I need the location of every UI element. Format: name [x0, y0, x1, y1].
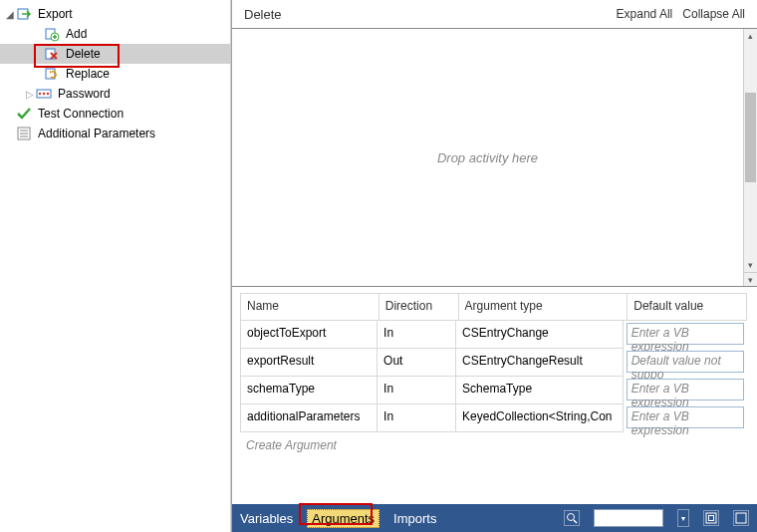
argument-row[interactable]: schemaType In SchemaType Enter a VB expr…	[240, 377, 747, 404]
arg-direction[interactable]: In	[378, 321, 456, 349]
argument-row[interactable]: additionalParameters In KeyedCollection<…	[240, 404, 747, 432]
collapse-all-link[interactable]: Collapse All	[682, 7, 745, 21]
grid-header-row: Name Direction Argument type Default val…	[240, 293, 747, 321]
arg-name[interactable]: exportResult	[240, 349, 378, 377]
arg-default-input[interactable]: Enter a VB expression	[627, 379, 744, 400]
zoom-input[interactable]	[594, 509, 663, 527]
check-icon	[16, 106, 32, 122]
tree-label: Export	[36, 7, 73, 21]
fit-to-screen-icon[interactable]	[703, 510, 719, 526]
expand-all-link[interactable]: Expand All	[617, 7, 673, 21]
expander-icon[interactable]: ▷	[24, 89, 36, 100]
arguments-grid: Name Direction Argument type Default val…	[232, 287, 757, 504]
scroll-up-icon[interactable]: ▴	[744, 29, 757, 43]
scroll-track[interactable]	[744, 43, 757, 258]
arg-name[interactable]: additionalParameters	[240, 404, 378, 432]
arg-type[interactable]: CSEntryChangeResult	[456, 349, 624, 377]
tree-label: Test Connection	[36, 107, 124, 121]
argument-row[interactable]: objectToExport In CSEntryChange Enter a …	[240, 321, 747, 349]
arg-default-input[interactable]: Enter a VB expression	[627, 406, 744, 428]
overview-icon[interactable]	[733, 510, 749, 526]
arg-default-input[interactable]: Default value not suppo	[627, 351, 744, 373]
tree-item-replace[interactable]: Replace	[0, 64, 230, 84]
password-icon	[36, 86, 52, 102]
scroll-thumb[interactable]	[745, 93, 756, 182]
parameters-icon	[16, 126, 32, 141]
tree-label: Replace	[64, 67, 110, 81]
arg-direction[interactable]: Out	[378, 349, 456, 377]
tree-item-delete[interactable]: Delete	[0, 44, 230, 64]
svg-point-10	[568, 514, 575, 521]
svg-point-7	[43, 93, 45, 95]
breadcrumb-title[interactable]: Delete	[244, 7, 282, 22]
delete-icon	[44, 46, 60, 62]
argument-row[interactable]: exportResult Out CSEntryChangeResult Def…	[240, 349, 747, 377]
svg-rect-13	[736, 513, 746, 523]
svg-point-8	[47, 93, 49, 95]
designer-canvas[interactable]: Drop activity here	[232, 29, 743, 286]
zoom-dropdown-icon[interactable]: ▾	[677, 509, 689, 527]
create-argument-row[interactable]: Create Argument	[240, 432, 747, 458]
scroll-down-bottom-icon[interactable]: ▾	[743, 272, 757, 286]
tree-item-add[interactable]: Add	[0, 24, 230, 44]
tab-arguments[interactable]: Arguments	[307, 509, 379, 528]
designer-panel: Delete Expand All Collapse All Drop acti…	[231, 0, 757, 532]
arg-direction[interactable]: In	[378, 377, 456, 404]
tab-imports[interactable]: Imports	[393, 511, 436, 526]
expander-icon[interactable]: ◢	[4, 9, 16, 20]
tree-item-additional-parameters[interactable]: Additional Parameters	[0, 124, 230, 143]
tree-label: Delete	[64, 47, 101, 61]
arg-type[interactable]: SchemaType	[456, 377, 624, 404]
arg-default-input[interactable]: Enter a VB expression	[627, 323, 744, 345]
col-header-type[interactable]: Argument type	[459, 293, 629, 321]
arg-name[interactable]: objectToExport	[240, 321, 378, 349]
designer-footer: Variables Arguments Imports ▾	[232, 504, 757, 532]
arg-direction[interactable]: In	[378, 404, 456, 432]
svg-rect-12	[709, 516, 714, 521]
search-icon[interactable]	[564, 510, 580, 526]
activity-tree: ◢ Export Add Delete Replace ▷	[0, 0, 231, 532]
col-header-name[interactable]: Name	[240, 293, 379, 321]
tab-variables[interactable]: Variables	[240, 511, 293, 526]
tree-label: Password	[56, 87, 111, 101]
col-header-default[interactable]: Default value	[628, 293, 747, 321]
tree-label: Additional Parameters	[36, 127, 155, 140]
tree-item-password[interactable]: ▷ Password	[0, 84, 230, 104]
drop-activity-hint: Drop activity here	[437, 150, 538, 165]
tree-item-export[interactable]: ◢ Export	[0, 4, 230, 24]
vertical-scrollbar[interactable]: ▴ ▾	[743, 29, 757, 272]
designer-header: Delete Expand All Collapse All	[232, 0, 757, 28]
svg-rect-11	[706, 513, 716, 523]
designer-canvas-wrap: Drop activity here ▴ ▾ ▾	[232, 28, 757, 287]
arg-name[interactable]: schemaType	[240, 377, 378, 404]
tree-item-test-connection[interactable]: Test Connection	[0, 104, 230, 124]
replace-icon	[44, 66, 60, 82]
app-root: ◢ Export Add Delete Replace ▷	[0, 0, 757, 532]
export-icon	[16, 6, 32, 22]
tree-label: Add	[64, 27, 87, 41]
col-header-direction[interactable]: Direction	[379, 293, 459, 321]
scroll-down-icon[interactable]: ▾	[744, 258, 757, 272]
arg-type[interactable]: CSEntryChange	[456, 321, 624, 349]
svg-point-6	[39, 93, 41, 95]
arg-type[interactable]: KeyedCollection<String,Con	[456, 404, 624, 432]
add-icon	[44, 26, 60, 42]
